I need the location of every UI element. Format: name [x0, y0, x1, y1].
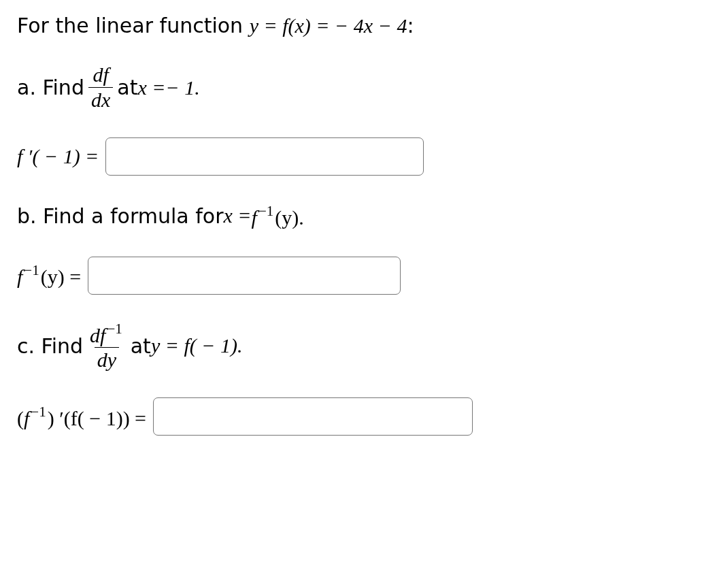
intro-eq2: − 4x − 4 [335, 14, 407, 37]
answer-c-lhs: (f−1) ′(f( − 1)) = [17, 404, 146, 430]
question-c: c. Find df−1 dy at y = f( − 1). [17, 322, 687, 371]
answer-b-exp: −1 [24, 262, 39, 278]
q-a-label: a. Find [17, 76, 84, 99]
answer-c-close-prime: ) ′ [48, 406, 64, 429]
q-c-at: at [131, 334, 151, 358]
intro-eq1: y = f(x) = [250, 14, 335, 37]
frac-num-c: df−1 [87, 322, 127, 348]
q-c-yeq: y = f( − 1). [151, 334, 243, 357]
answer-a-row: f ′( − 1) = [17, 137, 687, 176]
answer-b-row: f−1(y) = [17, 257, 687, 295]
answer-b-lhs: f−1(y) = [17, 262, 81, 289]
q-a-xeq: x = [137, 76, 165, 99]
question-a: a. Find df dx at x = − 1. [17, 65, 687, 110]
q-c-label: c. Find [17, 334, 83, 358]
intro-prefix: For the linear function [17, 14, 250, 37]
answer-c-input[interactable] [153, 397, 473, 436]
answer-b-input[interactable] [88, 257, 401, 295]
question-b: b. Find a formula for x = f−1(y). [17, 203, 687, 229]
frac-num-main: df [90, 323, 105, 346]
frac-dfinv-dy: df−1 dy [87, 322, 127, 371]
frac-num-exp: −1 [107, 321, 122, 337]
q-b-finv: f−1(y). [252, 203, 304, 229]
q-b-yparen: (y). [275, 206, 303, 229]
answer-a-lhs: f ′( − 1) = [17, 145, 99, 168]
answer-c-f: f [24, 406, 29, 429]
answer-a-input[interactable] [105, 137, 424, 176]
answer-c-exp: −1 [31, 404, 46, 420]
q-a-at: at [117, 76, 137, 99]
frac-df-dx: df dx [88, 65, 113, 110]
q-b-exp: −1 [258, 203, 273, 219]
frac-num: df [90, 65, 111, 87]
answer-b-yparen: (y) = [41, 265, 81, 288]
answer-c-open: ( [17, 406, 24, 429]
intro-line: For the linear function y = f(x) = − 4x … [17, 14, 687, 37]
answer-c-arg: (f( − 1)) = [64, 406, 146, 429]
answer-b-f: f [17, 265, 22, 288]
frac-den-c: dy [95, 347, 119, 370]
q-b-xeq: x = [224, 204, 252, 227]
intro-suffix: : [407, 14, 414, 37]
q-a-val: − 1. [165, 76, 199, 99]
answer-c-row: (f−1) ′(f( − 1)) = [17, 397, 687, 436]
q-b-label: b. Find a formula for [17, 204, 224, 228]
q-b-f: f [252, 206, 257, 229]
frac-den: dx [88, 87, 113, 110]
